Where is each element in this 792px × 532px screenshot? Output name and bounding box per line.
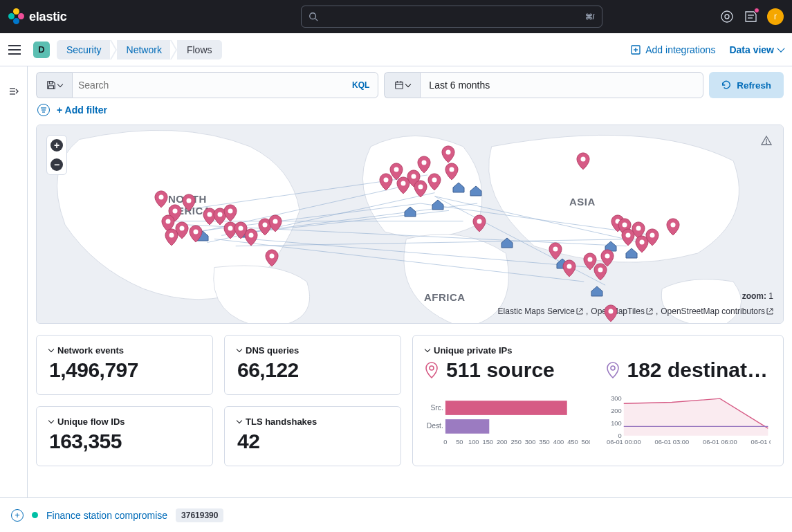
stat-unique-flow: Unique flow IDs 163,355 xyxy=(36,406,213,466)
zoom-in-button[interactable]: + xyxy=(47,136,66,155)
source-pin-icon xyxy=(472,214,486,232)
brand-logo[interactable]: elastic xyxy=(8,8,67,25)
svg-point-48 xyxy=(228,209,233,214)
svg-point-54 xyxy=(270,254,275,259)
date-range-display[interactable]: Last 6 months xyxy=(420,72,703,98)
svg-point-41 xyxy=(159,195,164,200)
top-header: elastic ⌘/ r xyxy=(0,0,792,33)
destination-pin-icon xyxy=(607,362,619,378)
chevron-down-icon xyxy=(237,347,242,352)
chevron-down-icon xyxy=(405,81,411,86)
zoom-out-button[interactable]: − xyxy=(47,155,66,174)
stat-header[interactable]: Unique flow IDs xyxy=(49,416,200,427)
source-pin-icon xyxy=(223,204,237,222)
svg-point-53 xyxy=(273,219,278,224)
destination-marker-icon xyxy=(501,237,513,248)
header-actions: r xyxy=(720,8,784,25)
brand-text: elastic xyxy=(29,10,67,24)
source-pin-icon xyxy=(562,259,576,277)
breadcrumb-flows: Flows xyxy=(177,40,222,59)
newsfeed-icon[interactable] xyxy=(744,10,757,24)
date-quick-select[interactable] xyxy=(384,72,420,98)
attrib-openmaptiles[interactable]: OpenMapTiles xyxy=(591,306,653,316)
source-pin-icon xyxy=(576,152,590,170)
svg-text:06-01 06:00: 06-01 06:00 xyxy=(703,439,737,446)
svg-rect-12 xyxy=(49,86,54,89)
breadcrumb: Security Network Flows xyxy=(57,40,222,59)
breadcrumb-security[interactable]: Security xyxy=(57,40,111,59)
search-input[interactable] xyxy=(78,80,349,91)
svg-text:50: 50 xyxy=(456,439,463,446)
network-map[interactable]: NORTH MERICA ASIA AFRICA [ [180,120],[20… xyxy=(36,125,784,324)
svg-text:06-01 09:00: 06-01 09:00 xyxy=(750,439,771,446)
chevron-down-icon xyxy=(425,347,430,352)
help-icon[interactable] xyxy=(720,10,734,24)
stat-network-events: Network events 1,496,797 xyxy=(36,335,213,395)
attrib-elastic-maps[interactable]: Elastic Maps Service xyxy=(498,306,583,316)
svg-point-61 xyxy=(418,185,423,190)
add-filter-button[interactable]: + Add filter xyxy=(57,104,107,116)
svg-point-59 xyxy=(401,181,406,186)
svg-point-72 xyxy=(605,254,610,259)
nav-toggle-icon[interactable] xyxy=(8,42,25,58)
global-search[interactable]: ⌘/ xyxy=(301,6,602,28)
svg-point-57 xyxy=(384,178,389,183)
add-timeline-button[interactable]: + xyxy=(11,509,24,522)
kql-toggle[interactable]: KQL xyxy=(349,77,372,93)
svg-point-71 xyxy=(598,268,603,273)
space-selector[interactable]: D xyxy=(33,42,50,58)
stat-value: 66,122 xyxy=(237,358,388,382)
svg-text:400: 400 xyxy=(553,439,564,446)
source-dest-bar-chart: Src.Dest.050100150200250300350400450500 xyxy=(425,396,590,446)
source-pin-icon xyxy=(154,190,168,208)
stat-header[interactable]: Network events xyxy=(49,345,200,356)
destination-marker-icon xyxy=(432,199,444,210)
source-pin-icon xyxy=(445,163,459,181)
svg-rect-13 xyxy=(49,82,52,84)
warning-icon[interactable] xyxy=(761,135,772,148)
timeline-name-link[interactable]: Finance station compromise xyxy=(46,510,167,521)
stat-header[interactable]: TLS handshakes xyxy=(237,416,388,427)
svg-point-75 xyxy=(626,233,631,238)
external-link-icon xyxy=(766,308,773,315)
breadcrumb-network[interactable]: Network xyxy=(117,40,172,59)
svg-text:06-01 00:00: 06-01 00:00 xyxy=(607,439,641,446)
source-pin-icon xyxy=(265,249,279,267)
svg-text:350: 350 xyxy=(539,439,550,446)
filter-options-icon[interactable] xyxy=(37,104,50,116)
svg-point-76 xyxy=(636,226,641,231)
timeline-flyout-rail[interactable] xyxy=(0,66,28,497)
source-pin-icon xyxy=(666,218,680,236)
destination-marker-icon xyxy=(452,182,465,193)
source-ip-count: 511 source xyxy=(425,358,590,382)
stat-header[interactable]: DNS queries xyxy=(237,345,388,356)
svg-point-44 xyxy=(180,226,185,231)
svg-point-50 xyxy=(239,226,243,231)
attrib-osm[interactable]: OpenStreetMap contributors xyxy=(661,306,773,316)
svg-point-81 xyxy=(430,366,434,370)
svg-point-66 xyxy=(477,219,482,224)
external-link-icon xyxy=(646,308,653,315)
svg-point-80 xyxy=(609,309,614,314)
svg-point-78 xyxy=(650,233,655,238)
svg-rect-14 xyxy=(396,82,403,89)
svg-line-40 xyxy=(769,309,773,312)
svg-point-58 xyxy=(394,167,399,172)
main-content: KQL Last 6 months Refresh + Add filter xyxy=(28,66,792,497)
stat-header[interactable]: Unique private IPs xyxy=(425,345,771,356)
svg-line-39 xyxy=(649,309,652,312)
stats-row: Network events 1,496,797 Unique flow IDs… xyxy=(36,335,784,466)
user-avatar[interactable]: r xyxy=(767,8,784,25)
add-integrations-link[interactable]: Add integrations xyxy=(630,44,715,55)
page-body: KQL Last 6 months Refresh + Add filter xyxy=(0,66,792,497)
search-input-wrap: KQL xyxy=(72,72,378,98)
refresh-button[interactable]: Refresh xyxy=(709,72,784,98)
data-view-selector[interactable]: Data view xyxy=(729,44,784,55)
chevron-down-icon xyxy=(57,81,63,86)
saved-queries-button[interactable] xyxy=(36,72,72,98)
svg-point-74 xyxy=(623,223,627,228)
stat-value: 1,496,797 xyxy=(49,358,200,382)
svg-point-67 xyxy=(581,157,586,162)
notification-dot-icon xyxy=(754,8,759,13)
svg-text:300: 300 xyxy=(611,396,622,402)
